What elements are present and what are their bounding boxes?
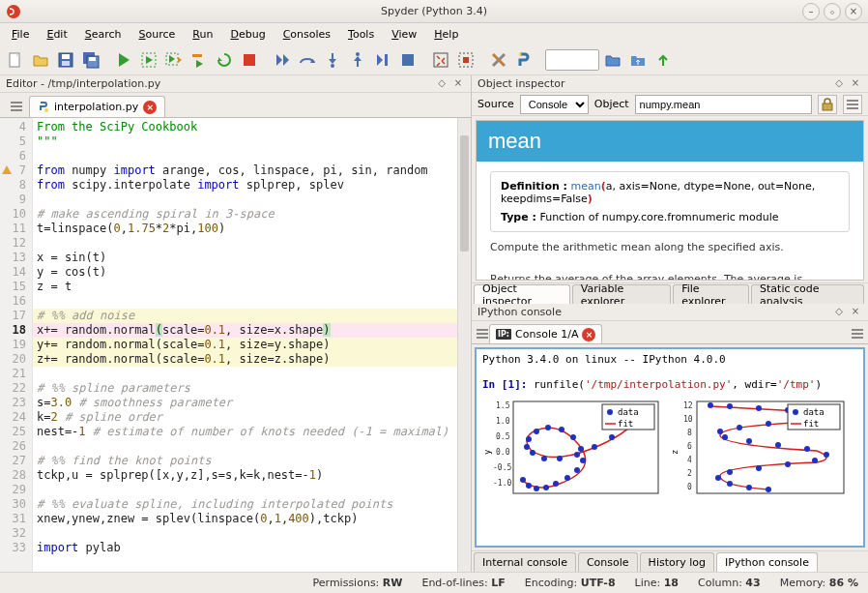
menu-file[interactable]: File: [4, 26, 37, 43]
maximize-pane-button[interactable]: [429, 48, 452, 72]
working-dir-combo[interactable]: [545, 49, 599, 71]
fullscreen-button[interactable]: [454, 48, 477, 72]
svg-rect-29: [477, 333, 488, 335]
svg-point-90: [775, 442, 781, 448]
step-over-button[interactable]: [296, 48, 319, 72]
status-bar: Permissions: RW End-of-lines: LF Encodin…: [0, 572, 868, 593]
svg-point-94: [737, 425, 742, 430]
stop-debug-button[interactable]: [396, 48, 420, 72]
ipython-prompt-line: In [1]: runfile('/tmp/interpolation.py',…: [482, 378, 857, 391]
svg-rect-15: [402, 54, 414, 66]
lock-icon[interactable]: [818, 95, 837, 114]
svg-point-85: [756, 465, 762, 471]
menu-run[interactable]: Run: [185, 26, 220, 43]
ipython-output[interactable]: Python 3.4.0 on linux -- IPython 4.0.0 I…: [475, 347, 865, 548]
source-select[interactable]: Console: [520, 95, 589, 114]
editor-scrollbar[interactable]: [457, 118, 471, 572]
save-all-button[interactable]: [79, 48, 102, 72]
menu-view[interactable]: View: [384, 26, 424, 43]
dir-up-button[interactable]: [651, 48, 675, 72]
minimize-button[interactable]: –: [802, 3, 820, 20]
code-editor[interactable]: 4567891011121314151617181920212223242526…: [0, 118, 471, 572]
menu-consoles[interactable]: Consoles: [275, 26, 338, 43]
main-toolbar: [0, 44, 868, 75]
pythonpath-button[interactable]: [512, 48, 535, 72]
svg-text:0: 0: [687, 483, 692, 491]
open-file-button[interactable]: [29, 48, 52, 72]
doc-heading: mean: [477, 121, 863, 162]
tab-variable-explorer[interactable]: Variable explorer: [572, 284, 671, 304]
preferences-button[interactable]: [487, 48, 510, 72]
editor-tabs: interpolation.py ×: [0, 93, 471, 118]
inspector-pane-header: Object inspector ◇ ×: [472, 75, 868, 93]
tab-list-button[interactable]: [476, 327, 489, 343]
svg-rect-25: [847, 100, 858, 102]
svg-rect-27: [847, 107, 858, 109]
tab-ipython-console[interactable]: IPython console: [716, 552, 818, 572]
step-into-button[interactable]: [321, 48, 344, 72]
run-button[interactable]: [112, 48, 135, 72]
run-cell-advance-button[interactable]: [162, 48, 186, 72]
pane-close-icon[interactable]: ×: [849, 77, 862, 91]
title-bar: Spyder (Python 3.4) – ⬦ ×: [0, 0, 868, 23]
editor-tab[interactable]: interpolation.py ×: [29, 96, 165, 117]
console-tab[interactable]: IP: Console 1/A ×: [489, 324, 602, 343]
close-tab-icon[interactable]: ×: [143, 101, 157, 114]
menu-help[interactable]: Help: [426, 26, 466, 43]
inline-plots: y 1.51.00.50.0-0.5-1.0 data fit: [482, 397, 857, 503]
tab-static-code-analysis[interactable]: Static code analysis: [751, 284, 864, 304]
run-cell-button[interactable]: [137, 48, 160, 72]
pane-close-icon[interactable]: ×: [849, 306, 862, 319]
menu-search[interactable]: Search: [77, 26, 130, 43]
run-again-button[interactable]: [213, 48, 236, 72]
tab-file-explorer[interactable]: File explorer: [673, 284, 749, 304]
options-icon[interactable]: [843, 95, 862, 114]
svg-point-80: [766, 487, 771, 492]
svg-rect-18: [463, 57, 469, 63]
ipython-tabs: IP: Console 1/A ×: [472, 321, 868, 344]
svg-text:2: 2: [687, 469, 692, 478]
continue-button[interactable]: [371, 48, 394, 72]
doc-panel: mean Definition : mean(a, axis=None, dty…: [476, 120, 864, 281]
svg-rect-16: [434, 53, 448, 67]
pane-options-icon[interactable]: ◇: [435, 77, 448, 91]
maximize-button[interactable]: ⬦: [824, 3, 841, 20]
svg-point-83: [715, 475, 721, 481]
debug-button[interactable]: [271, 48, 294, 72]
svg-point-89: [804, 446, 810, 452]
svg-rect-22: [11, 109, 22, 111]
svg-point-48: [574, 467, 580, 473]
options-icon[interactable]: [851, 327, 864, 343]
object-input[interactable]: [635, 95, 812, 114]
menu-debug[interactable]: Debug: [222, 26, 273, 43]
parent-dir-button[interactable]: [626, 48, 650, 72]
pane-options-icon[interactable]: ◇: [832, 77, 846, 91]
menu-edit[interactable]: Edit: [39, 26, 74, 43]
pane-close-icon[interactable]: ×: [451, 77, 465, 91]
tab-object-inspector[interactable]: Object inspector: [474, 284, 570, 304]
tab-history-log[interactable]: History log: [640, 552, 714, 572]
svg-point-92: [722, 434, 728, 440]
pane-options-icon[interactable]: ◇: [832, 306, 846, 319]
tab-list-button[interactable]: [4, 96, 29, 117]
svg-point-53: [545, 425, 551, 430]
step-out-button[interactable]: [346, 48, 369, 72]
code-area[interactable]: From the SciPy Cookbook"""from numpy imp…: [33, 118, 471, 572]
tab-internal-console[interactable]: Internal console: [474, 552, 576, 572]
menu-tools[interactable]: Tools: [340, 26, 382, 43]
svg-rect-21: [11, 105, 22, 107]
close-button[interactable]: ×: [845, 3, 862, 20]
editor-tab-label: interpolation.py: [54, 101, 138, 113]
svg-point-62: [609, 434, 615, 440]
new-file-button[interactable]: [4, 48, 27, 72]
browse-dir-button[interactable]: [601, 48, 624, 72]
run-selection-button[interactable]: [188, 48, 211, 72]
tab-console[interactable]: Console: [578, 552, 638, 572]
svg-point-87: [812, 458, 818, 463]
close-tab-icon[interactable]: ×: [582, 328, 595, 341]
save-button[interactable]: [54, 48, 77, 72]
svg-text:data: data: [803, 407, 825, 417]
inspector-toolbar: Source Console Object: [472, 93, 868, 116]
kill-button[interactable]: [238, 48, 261, 72]
menu-source[interactable]: Source: [131, 26, 184, 43]
